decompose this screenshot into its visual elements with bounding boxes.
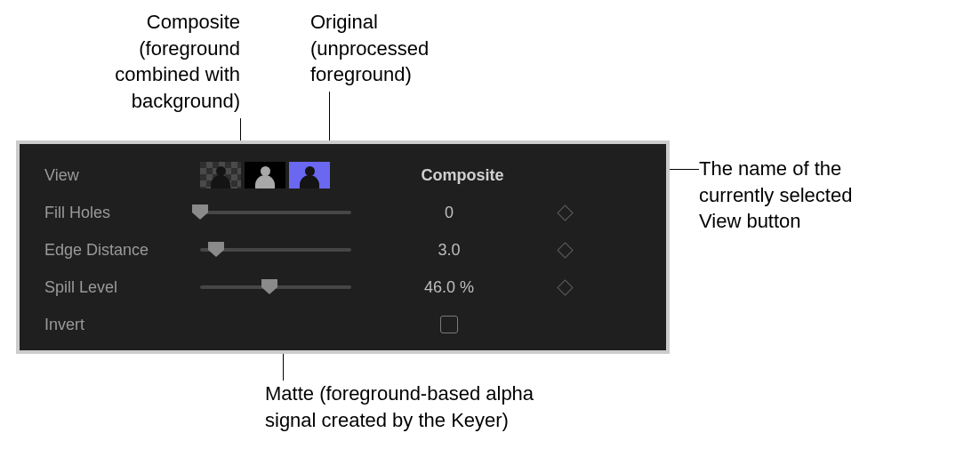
invert-row: Invert: [44, 306, 641, 343]
spill-level-value[interactable]: 46.0 %: [360, 278, 538, 297]
fill-holes-label: Fill Holes: [44, 204, 200, 222]
view-composite-button[interactable]: [200, 162, 241, 188]
view-matte-button[interactable]: [245, 162, 285, 188]
annotation-matte: Matte (foreground-based alpha signal cre…: [265, 381, 534, 433]
keyframe-button[interactable]: [557, 279, 573, 295]
slider-thumb[interactable]: [208, 242, 224, 257]
annotation-view-name: The name of the currently selected View …: [699, 156, 852, 235]
view-button-group: [200, 162, 360, 188]
inspector-panel-frame: View Composite: [16, 140, 670, 354]
view-label: View: [44, 166, 200, 185]
edge-distance-label: Edge Distance: [44, 241, 200, 260]
edge-distance-row: Edge Distance 3.0: [44, 231, 641, 269]
annotation-composite: Composite (foreground combined with back…: [62, 9, 240, 115]
edge-distance-value[interactable]: 3.0: [360, 241, 538, 260]
spill-level-row: Spill Level 46.0 %: [44, 269, 641, 306]
view-original-button[interactable]: [289, 162, 330, 188]
fill-holes-slider[interactable]: [200, 211, 351, 214]
spill-level-label: Spill Level: [44, 278, 200, 297]
keyer-inspector-panel: View Composite: [20, 144, 666, 350]
invert-checkbox[interactable]: [440, 316, 458, 333]
edge-distance-slider[interactable]: [200, 248, 351, 252]
annotation-original: Original (unprocessed foreground): [310, 9, 429, 88]
keyframe-button[interactable]: [557, 242, 573, 258]
view-row: View Composite: [44, 156, 641, 194]
slider-thumb[interactable]: [192, 204, 208, 220]
spill-level-slider[interactable]: [200, 285, 351, 289]
fill-holes-row: Fill Holes 0: [44, 194, 641, 231]
keyframe-button[interactable]: [557, 204, 573, 220]
invert-label: Invert: [44, 316, 200, 334]
slider-thumb[interactable]: [261, 279, 277, 294]
view-selected-name: Composite: [421, 166, 503, 184]
fill-holes-value[interactable]: 0: [360, 204, 538, 222]
